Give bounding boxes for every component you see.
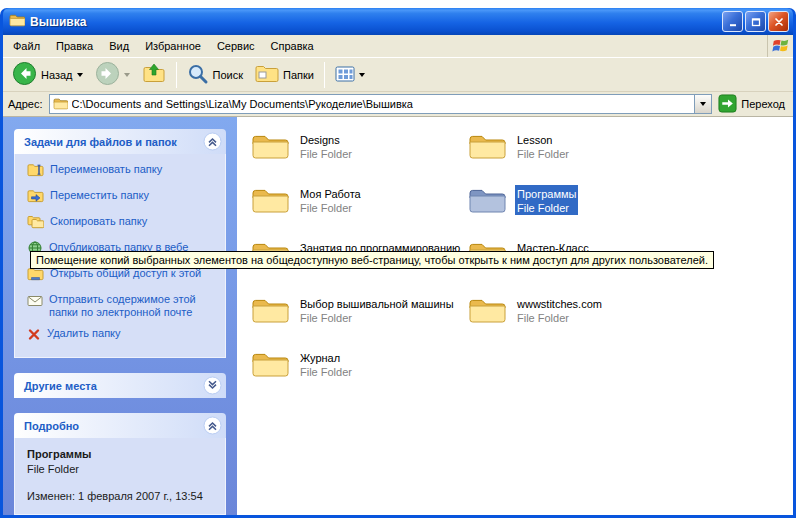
back-icon — [12, 61, 37, 88]
folder-item-lesson[interactable]: LessonFile Folder — [468, 131, 680, 161]
window-folder-icon — [9, 13, 25, 31]
publish-tooltip: Помещение копий выбранных элементов на о… — [30, 251, 714, 269]
copy-folder-link[interactable]: Скопировать папку — [27, 215, 219, 233]
other-places-header[interactable]: Другие места — [14, 373, 226, 398]
chevron-up-icon[interactable] — [203, 132, 222, 151]
task-pane: Задачи для файлов и папок Переименовать … — [3, 117, 237, 515]
folder-icon — [468, 295, 506, 325]
address-folder-icon — [53, 97, 68, 112]
email-folder-link[interactable]: Отправить содержимое этой папки по элект… — [27, 293, 219, 319]
address-input[interactable]: C:\Documents and Settings\Liza\My Docume… — [49, 94, 713, 114]
other-places-section: Другие места — [14, 373, 226, 398]
address-label: Адрес: — [8, 98, 43, 110]
details-selected-type: File Folder — [27, 462, 219, 477]
folder-icon — [251, 295, 289, 325]
folder-item-wwwstitches[interactable]: wwwstitches.comFile Folder — [468, 295, 680, 325]
folder-icon — [251, 185, 289, 215]
folders-icon — [255, 64, 279, 86]
search-label: Поиск — [213, 69, 243, 81]
content-area: Задачи для файлов и папок Переименовать … — [3, 117, 793, 515]
folder-icon — [468, 131, 506, 161]
toolbar-separator — [324, 62, 325, 88]
menu-file[interactable]: Файл — [5, 36, 48, 56]
delete-folder-link[interactable]: Удалить папку — [27, 327, 219, 345]
address-bar: Адрес: C:\Documents and Settings\Liza\My… — [3, 92, 793, 117]
go-label: Переход — [741, 98, 785, 110]
details-selected-name: Программы — [27, 447, 219, 462]
chevron-up-icon[interactable] — [203, 416, 222, 435]
details-body: Программы File Folder Изменен: 1 февраля… — [14, 438, 226, 515]
folder-item-moya-rabota[interactable]: Моя РаботаFile Folder — [251, 185, 463, 215]
address-dropdown-button[interactable] — [694, 95, 711, 113]
folder-item-zhurnal[interactable]: ЖурналFile Folder — [251, 349, 463, 379]
close-button[interactable] — [768, 11, 789, 32]
folder-item-programmy-selected[interactable]: ПрограммыFile Folder — [468, 185, 680, 215]
share-folder-icon — [27, 267, 44, 285]
move-folder-icon — [27, 189, 44, 207]
chevron-down-icon[interactable] — [203, 376, 222, 395]
rename-folder-link[interactable]: Переименовать папку — [27, 163, 219, 181]
folder-item-vybor-mashiny[interactable]: Выбор вышивальной машиныFile Folder — [251, 295, 463, 325]
share-folder-link[interactable]: Открыть общий доступ к этой — [27, 267, 219, 285]
forward-button[interactable] — [90, 58, 135, 91]
forward-icon — [95, 61, 120, 88]
file-folder-tasks-header[interactable]: Задачи для файлов и папок — [14, 129, 226, 154]
email-envelope-icon — [27, 293, 43, 311]
address-path: C:\Documents and Settings\Liza\My Docume… — [72, 98, 691, 110]
section-title: Задачи для файлов и папок — [24, 136, 177, 148]
folder-item-designs[interactable]: DesignsFile Folder — [251, 131, 463, 161]
search-button[interactable]: Поиск — [182, 60, 248, 90]
delete-x-icon — [27, 327, 41, 345]
views-icon — [335, 65, 355, 85]
menu-favorites[interactable]: Избранное — [137, 36, 209, 56]
go-button[interactable]: Переход — [718, 94, 788, 115]
copy-folder-icon — [27, 215, 44, 233]
minimize-button[interactable] — [722, 11, 743, 32]
window-title: Вышивка — [30, 15, 717, 29]
title-bar: Вышивка — [3, 8, 793, 35]
views-dropdown-icon — [359, 73, 365, 77]
go-icon — [718, 94, 737, 115]
folders-label: Папки — [283, 69, 314, 81]
section-title: Другие места — [24, 380, 97, 392]
chevron-down-icon — [700, 102, 706, 106]
views-button[interactable] — [330, 62, 370, 88]
up-folder-icon — [142, 62, 166, 87]
details-modified-date: Изменен: 1 февраля 2007 г., 13:54 — [27, 489, 219, 504]
menu-edit[interactable]: Правка — [48, 36, 101, 56]
folders-button[interactable]: Папки — [250, 61, 319, 89]
menu-tools[interactable]: Сервис — [209, 36, 263, 56]
menu-help[interactable]: Справка — [263, 36, 322, 56]
file-folder-tasks-section: Задачи для файлов и папок Переименовать … — [14, 129, 226, 358]
folder-icon — [251, 131, 289, 161]
back-label: Назад — [41, 69, 73, 81]
back-button[interactable]: Назад — [7, 58, 88, 91]
back-dropdown-icon — [77, 73, 83, 77]
maximize-button[interactable] — [745, 11, 766, 32]
windows-logo-icon — [767, 35, 793, 57]
rename-folder-icon — [27, 163, 44, 181]
up-button[interactable] — [137, 59, 171, 90]
toolbar: Назад Поиск Папки — [3, 58, 793, 92]
toolbar-separator — [176, 62, 177, 88]
search-icon — [187, 63, 209, 87]
menu-view[interactable]: Вид — [101, 36, 137, 56]
folder-icon — [251, 349, 289, 379]
move-folder-link[interactable]: Переместить папку — [27, 189, 219, 207]
details-section: Подробно Программы File Folder Изменен: … — [14, 413, 226, 515]
forward-dropdown-icon — [124, 73, 130, 77]
section-title: Подробно — [24, 420, 79, 432]
menu-bar: Файл Правка Вид Избранное Сервис Справка — [3, 35, 793, 58]
details-header[interactable]: Подробно — [14, 413, 226, 438]
folder-icon-selected — [468, 185, 506, 215]
file-view: DesignsFile Folder LessonFile Folder Моя… — [237, 117, 793, 515]
